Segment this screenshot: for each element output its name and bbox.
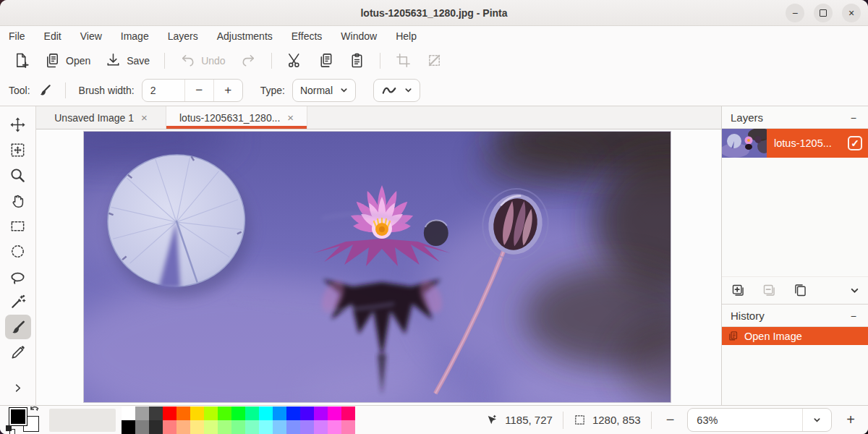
- zoom-tool[interactable]: [5, 163, 31, 187]
- canvas-area[interactable]: [36, 129, 721, 405]
- palette-color-swatch[interactable]: [231, 407, 245, 420]
- layer-visibility-checkbox[interactable]: ✓: [848, 136, 862, 150]
- palette-color-swatch[interactable]: [273, 420, 286, 434]
- layer-row-selected[interactable]: lotus-1205... ✓: [722, 129, 868, 158]
- palette-color-swatch[interactable]: [245, 407, 259, 420]
- palette-color-swatch[interactable]: [149, 407, 163, 420]
- brush-width-spinner: 2 − +: [142, 79, 243, 102]
- delete-layer-icon[interactable]: [762, 283, 777, 298]
- ellipse-select-tool[interactable]: [5, 239, 31, 263]
- palette-color-swatch[interactable]: [163, 420, 176, 434]
- redo-button[interactable]: [234, 48, 263, 72]
- magic-wand-tool[interactable]: [5, 289, 31, 314]
- palette-color-swatch[interactable]: [300, 407, 314, 420]
- tab-close-icon[interactable]: ×: [287, 111, 294, 124]
- menu-adjustments[interactable]: Adjustments: [217, 30, 273, 42]
- history-collapse-button[interactable]: −: [848, 310, 859, 322]
- palette-color-swatch[interactable]: [176, 420, 190, 434]
- new-image-button[interactable]: [7, 48, 35, 72]
- menu-help[interactable]: Help: [396, 30, 417, 42]
- move-selected-tool[interactable]: [5, 112, 31, 137]
- palette-color-swatch[interactable]: [341, 407, 355, 420]
- open-button[interactable]: Open: [38, 48, 96, 72]
- more-tools-expander[interactable]: [5, 375, 31, 400]
- zoom-out-button[interactable]: −: [662, 412, 679, 428]
- swap-colors-icon[interactable]: [29, 405, 41, 417]
- history-entry-selected[interactable]: Open Image: [722, 327, 868, 345]
- duplicate-layer-icon[interactable]: [793, 283, 808, 298]
- lasso-select-tool[interactable]: [5, 264, 31, 289]
- paintbrush-tool[interactable]: [5, 315, 31, 339]
- reset-colors-icon[interactable]: [6, 425, 15, 434]
- palette-color-swatch[interactable]: [122, 407, 135, 420]
- palette-color-swatch[interactable]: [286, 407, 300, 420]
- recently-used-colors[interactable]: [49, 409, 116, 432]
- palette-color-swatch[interactable]: [190, 420, 204, 434]
- deselect-button[interactable]: [420, 48, 448, 72]
- stroke-style-dropdown[interactable]: [373, 79, 420, 102]
- rectangle-select-tool[interactable]: [5, 213, 31, 238]
- palette-color-swatch[interactable]: [273, 407, 286, 420]
- cut-button[interactable]: [281, 48, 309, 72]
- palette-color-swatch[interactable]: [204, 407, 218, 420]
- move-selection-tool[interactable]: [5, 137, 31, 162]
- pan-tool[interactable]: [5, 188, 31, 213]
- palette-color-swatch[interactable]: [328, 420, 341, 434]
- palette-color-swatch[interactable]: [259, 420, 273, 434]
- menu-effects[interactable]: Effects: [292, 30, 323, 42]
- palette-color-swatch[interactable]: [163, 407, 176, 420]
- palette-color-swatch[interactable]: [245, 420, 259, 434]
- add-layer-icon[interactable]: [731, 283, 746, 298]
- menu-layers[interactable]: Layers: [168, 30, 198, 42]
- layer-menu-chevron-icon[interactable]: [850, 286, 859, 295]
- tab-lotus-image[interactable]: lotus-1205631_1280... ×: [166, 106, 307, 129]
- palette-color-swatch[interactable]: [328, 407, 341, 420]
- menu-image[interactable]: Image: [121, 30, 149, 42]
- palette-color-swatch[interactable]: [190, 407, 204, 420]
- canvas-image[interactable]: [83, 131, 671, 403]
- palette-color-swatch[interactable]: [341, 420, 355, 434]
- layers-collapse-button[interactable]: −: [848, 112, 859, 124]
- palette-color-swatch[interactable]: [300, 420, 314, 434]
- deselect-icon: [426, 52, 443, 69]
- zoom-level-combo[interactable]: 63%: [687, 408, 832, 432]
- undo-icon: [179, 52, 196, 69]
- palette-color-swatch[interactable]: [176, 407, 190, 420]
- copy-button[interactable]: [312, 48, 340, 72]
- palette-color-swatch[interactable]: [122, 420, 135, 434]
- brush-width-decrease-button[interactable]: −: [184, 80, 213, 101]
- save-button[interactable]: Save: [99, 48, 156, 72]
- menu-view[interactable]: View: [80, 30, 102, 42]
- close-button[interactable]: ×: [842, 4, 861, 22]
- palette-color-swatch[interactable]: [218, 420, 231, 434]
- undo-button[interactable]: Undo: [174, 48, 231, 72]
- tab-close-icon[interactable]: ×: [141, 111, 148, 124]
- blend-mode-dropdown[interactable]: Normal: [292, 79, 356, 102]
- primary-color-swatch[interactable]: [9, 407, 27, 426]
- crop-button[interactable]: [389, 48, 417, 72]
- palette-color-swatch[interactable]: [286, 420, 300, 434]
- maximize-button[interactable]: [814, 4, 833, 22]
- palette-color-swatch[interactable]: [149, 420, 163, 434]
- palette-color-swatch[interactable]: [231, 420, 245, 434]
- palette-color-swatch[interactable]: [314, 407, 328, 420]
- minimize-button[interactable]: −: [786, 4, 804, 22]
- undo-label: Undo: [201, 55, 225, 67]
- paste-button[interactable]: [343, 48, 371, 72]
- palette-color-swatch[interactable]: [135, 407, 149, 420]
- brush-width-increase-button[interactable]: +: [213, 80, 242, 101]
- palette-color-swatch[interactable]: [314, 420, 328, 434]
- pencil-tool[interactable]: [5, 340, 31, 365]
- tab-label: lotus-1205631_1280...: [179, 112, 280, 124]
- palette-color-swatch[interactable]: [135, 420, 149, 434]
- menu-edit[interactable]: Edit: [44, 30, 61, 42]
- palette-color-swatch[interactable]: [259, 407, 273, 420]
- menu-window[interactable]: Window: [341, 30, 377, 42]
- zoom-dropdown-button[interactable]: [802, 409, 831, 431]
- menu-file[interactable]: File: [9, 30, 25, 42]
- palette-color-swatch[interactable]: [218, 407, 231, 420]
- brush-width-input[interactable]: 2: [142, 85, 184, 96]
- zoom-in-button[interactable]: +: [842, 412, 859, 428]
- palette-color-swatch[interactable]: [204, 420, 218, 434]
- tab-unsaved-image[interactable]: Unsaved Image 1 ×: [36, 106, 166, 129]
